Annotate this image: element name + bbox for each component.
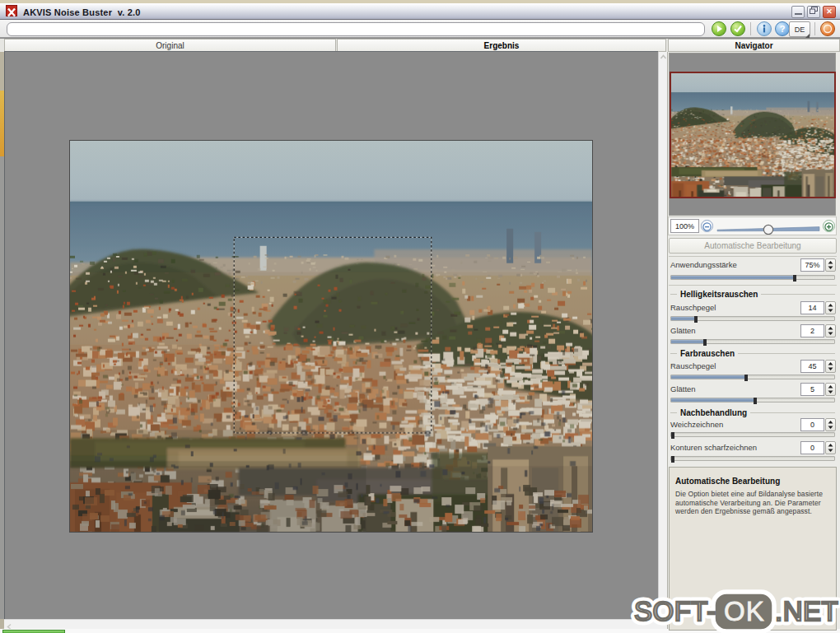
svg-text:OK: OK [724, 596, 765, 626]
svg-text:.NET: .NET [775, 596, 838, 626]
svg-text:SOFT-: SOFT- [634, 596, 716, 626]
svg-text:?: ? [780, 24, 786, 34]
